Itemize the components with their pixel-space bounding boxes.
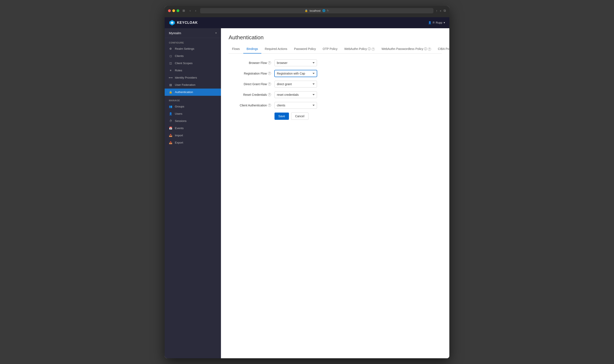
sidebar-item-roles[interactable]: ≡ Roles	[165, 67, 221, 74]
registration-flow-select[interactable]: Registration with Cap registration docke…	[274, 70, 317, 77]
browser-flow-row: Browser Flow ? browser direct grant regi…	[229, 59, 373, 66]
sessions-icon: ⏱	[169, 119, 172, 123]
webauthn-passwordless-label: WebAuthn Passwordless Policy ⓘ	[381, 47, 427, 51]
sidebar-item-label: Export	[175, 141, 183, 144]
tab-password-policy[interactable]: Password Policy	[291, 45, 319, 53]
page-title: Authentication	[229, 34, 442, 41]
configure-section-label: Configure	[165, 38, 221, 45]
sidebar-item-identity-providers[interactable]: ⟺ Identity Providers	[165, 74, 221, 81]
share-icon[interactable]: ↑	[436, 9, 438, 13]
identity-providers-icon: ⟺	[169, 76, 172, 79]
direct-grant-flow-help-icon[interactable]: ?	[268, 82, 271, 86]
sidebar-item-label: Authentication	[175, 91, 193, 94]
tab-ciba-policy[interactable]: CIBA Policy	[434, 45, 449, 53]
clients-icon: ◻	[169, 54, 172, 58]
new-tab-icon[interactable]: +	[440, 9, 442, 13]
realm-settings-icon: ⚙	[169, 47, 172, 51]
sidebar-item-label: Events	[175, 127, 183, 130]
app-layout: Myrealm ▾ Configure ⚙ Realm Settings ◻ C…	[165, 28, 449, 358]
sidebar-item-clients[interactable]: ◻ Clients	[165, 52, 221, 60]
registration-flow-help-icon[interactable]: ?	[268, 72, 271, 75]
realm-name: Myrealm	[169, 31, 181, 35]
sidebar-item-users[interactable]: 👤 Users	[165, 110, 221, 117]
sidebar-item-label: Clients	[175, 54, 183, 58]
direct-grant-flow-row: Direct Grant Flow ? direct grant browser…	[229, 81, 373, 88]
reset-credentials-help-icon[interactable]: ?	[268, 93, 271, 96]
browser-flow-help-icon[interactable]: ?	[268, 61, 271, 64]
address-bar-container: 🔒 localhost 🌐 ↻	[200, 8, 433, 13]
maximize-button[interactable]	[177, 9, 179, 12]
direct-grant-flow-label: Direct Grant Flow ?	[229, 82, 271, 86]
sidebar-item-label: Groups	[175, 105, 184, 108]
browser-nav: ‹ ›	[188, 9, 197, 13]
browser-flow-select[interactable]: browser direct grant registration reset …	[274, 59, 317, 66]
cancel-button[interactable]: Cancel	[291, 113, 309, 120]
sidebar-item-label: Realm Settings	[175, 47, 194, 50]
direct-grant-flow-select[interactable]: direct grant browser registration reset …	[274, 81, 317, 88]
user-menu[interactable]: 👤 P. Rupp ▾	[428, 21, 445, 24]
sidebar-item-authentication[interactable]: 🔒 Authentication	[165, 89, 221, 96]
client-auth-label: Client Authentication ?	[229, 104, 271, 107]
address-bar[interactable]: 🔒 localhost 🌐 ↻	[200, 8, 433, 13]
username-label: P. Rupp	[433, 21, 442, 24]
tab-flows[interactable]: Flows	[229, 45, 243, 53]
tab-required-actions[interactable]: Required Actions	[261, 45, 291, 53]
tab-bindings[interactable]: Bindings	[243, 45, 261, 53]
sidebar-toggle-icon[interactable]: ⊞	[182, 9, 186, 13]
realm-selector[interactable]: Myrealm ▾	[165, 28, 221, 38]
webauthn-passwordless-help-icon[interactable]: ?	[428, 48, 431, 51]
realm-chevron-icon: ▾	[215, 32, 217, 34]
sidebar-item-label: Sessions	[175, 119, 186, 123]
browser-title-bar: ⊞ ‹ › 🔒 localhost 🌐 ↻ ↑ + ⧉	[168, 8, 446, 13]
browser-actions: ↑ + ⧉	[436, 9, 446, 13]
browser-window: ⊞ ‹ › 🔒 localhost 🌐 ↻ ↑ + ⧉	[165, 6, 449, 358]
sidebar: Myrealm ▾ Configure ⚙ Realm Settings ◻ C…	[165, 28, 221, 358]
user-icon: 👤	[428, 21, 431, 24]
sidebar-item-client-scopes[interactable]: ◫ Client Scopes	[165, 60, 221, 67]
sidebar-item-events[interactable]: 📅 Events	[165, 125, 221, 132]
import-icon: 📥	[169, 134, 172, 137]
back-icon[interactable]: ‹	[188, 9, 192, 13]
reset-credentials-label: Reset Credentials ?	[229, 93, 271, 96]
address-icons: 🌐 ↻	[322, 9, 329, 12]
sidebar-item-label: Import	[175, 134, 183, 137]
tabs: Flows Bindings Required Actions Password…	[229, 45, 442, 53]
registration-flow-row: Registration Flow ? Registration with Ca…	[229, 70, 373, 77]
client-auth-row: Client Authentication ? clients browser …	[229, 102, 373, 109]
logo-text: KEYCLOAK	[177, 21, 198, 25]
sidebar-item-groups[interactable]: 👥 Groups	[165, 103, 221, 110]
sidebar-item-export[interactable]: 📤 Export	[165, 139, 221, 146]
minimize-button[interactable]	[172, 9, 175, 12]
groups-icon: 👥	[169, 105, 172, 108]
sidebar-item-user-federation[interactable]: ▤ User Federation	[165, 81, 221, 89]
refresh-icon[interactable]: ↻	[327, 9, 329, 12]
app-container: KEYCLOAK 👤 P. Rupp ▾ Myrealm ▾ Configure…	[165, 17, 449, 358]
events-icon: 📅	[169, 127, 172, 130]
webauthn-policy-help-icon[interactable]: ?	[372, 48, 375, 51]
save-button[interactable]: Save	[274, 113, 289, 120]
tab-webauthn-passwordless[interactable]: WebAuthn Passwordless Policy ⓘ ?	[378, 45, 434, 53]
browser-flow-label: Browser Flow ?	[229, 61, 271, 65]
export-icon: 📤	[169, 141, 172, 144]
tab-otp-policy[interactable]: OTP Policy	[319, 45, 341, 53]
reset-credentials-select[interactable]: reset credentials browser direct grant r…	[274, 91, 317, 98]
forward-icon[interactable]: ›	[194, 9, 197, 13]
browser-tabs	[168, 15, 446, 17]
sidebar-item-label: User Federation	[175, 83, 196, 86]
browser-chrome: ⊞ ‹ › 🔒 localhost 🌐 ↻ ↑ + ⧉	[165, 6, 449, 17]
lock-icon: 🔒	[305, 9, 308, 12]
tab-webauthn-policy[interactable]: WebAuthn Policy ⓘ ?	[341, 45, 378, 53]
client-scopes-icon: ◫	[169, 62, 172, 65]
client-auth-select[interactable]: clients browser direct grant registratio…	[274, 102, 317, 109]
keycloak-logo: KEYCLOAK	[169, 20, 198, 26]
tabs-icon[interactable]: ⧉	[444, 9, 446, 13]
sidebar-item-label: Client Scopes	[175, 62, 193, 65]
sidebar-item-import[interactable]: 📥 Import	[165, 132, 221, 139]
authentication-icon: 🔒	[169, 91, 172, 94]
user-chevron-icon: ▾	[444, 21, 445, 24]
sidebar-item-realm-settings[interactable]: ⚙ Realm Settings	[165, 45, 221, 52]
registration-flow-label: Registration Flow ?	[229, 72, 271, 75]
close-button[interactable]	[168, 9, 171, 12]
sidebar-item-sessions[interactable]: ⏱ Sessions	[165, 117, 221, 125]
client-auth-help-icon[interactable]: ?	[268, 104, 271, 107]
